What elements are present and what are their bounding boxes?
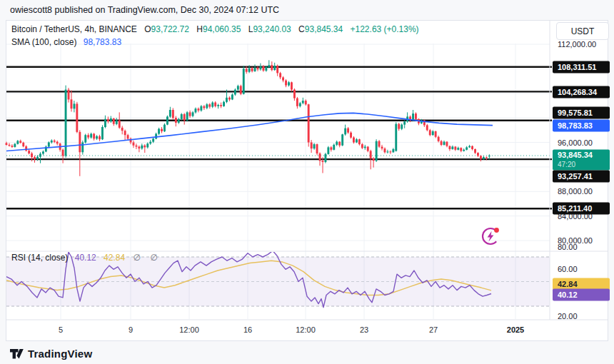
price-badge-level-93257: 93,257.41 <box>553 171 610 183</box>
axis-label: 96,000.00 <box>558 138 593 147</box>
price-badge-level-99575: 99,575.81 <box>553 107 610 119</box>
lightning-bolt-icon <box>488 231 494 242</box>
price-badge-level-85211: 85,211.40 <box>553 203 610 215</box>
axis-label: 112,000.00 <box>558 40 596 49</box>
rsi-label[interactable]: RSI (14, close) <box>11 253 68 263</box>
price-badge-level-104268: 104,268.34 <box>553 86 610 98</box>
time-tick-2025: 2025 <box>507 325 524 334</box>
time-tick-9: 9 <box>129 325 133 334</box>
rsi-header: RSI (14, close) 40.12 42.84 ∅ ∅ <box>11 253 161 263</box>
high-value: 94,060.35 <box>203 24 241 34</box>
open-label: O <box>144 24 151 34</box>
axis-label: 88,000.00 <box>558 187 593 196</box>
rsi-empty-values: ∅ ∅ <box>133 253 161 263</box>
close-label: C <box>298 24 305 34</box>
alert-dot <box>494 228 499 233</box>
change-value: +122.63 (+0.13%) <box>351 24 419 34</box>
tradingview-logo-text: TradingView <box>28 348 92 360</box>
price-badge-last-price: 93,845.3447:20 <box>553 150 610 171</box>
price-badge-level-108311: 108,311.51 <box>553 61 610 74</box>
high-label: H <box>196 24 203 34</box>
time-tick-16: 16 <box>243 325 252 334</box>
time-tick-5: 5 <box>59 325 63 334</box>
sma-header: SMA (100, close) 98,783.83 <box>11 37 121 47</box>
symbol-header: Bitcoin / TetherUS, 4h, BINANCE O93,722.… <box>11 24 419 34</box>
rsi-ma-value-text: 42.84 <box>104 253 125 263</box>
axis-label: 80.00 <box>558 243 578 251</box>
symbol-title[interactable]: Bitcoin / TetherUS, 4h, BINANCE <box>11 24 137 34</box>
time-tick-12:00: 12:00 <box>179 325 199 334</box>
countdown-timer: 47:20 <box>558 161 610 170</box>
close-value: 93,845.34 <box>305 24 343 34</box>
price-badge-rsi-value: 40.12 <box>553 289 610 301</box>
tradingview-footer[interactable]: TradingView <box>10 348 92 360</box>
sma-label[interactable]: SMA (100, close) <box>11 37 76 47</box>
flash-alert-icon[interactable] <box>478 224 503 247</box>
low-value: 93,240.03 <box>253 24 291 34</box>
rsi-value-text: 40.12 <box>75 253 96 263</box>
axis-label: 60.00 <box>558 265 578 273</box>
chart-card <box>6 20 608 341</box>
tradingview-logo-icon <box>10 349 24 359</box>
time-tick-27: 27 <box>429 325 438 334</box>
time-tick-12:00: 12:00 <box>296 325 316 334</box>
page: owiescott8 published on TradingView.com,… <box>0 0 614 364</box>
currency-button[interactable]: USDT <box>556 22 609 40</box>
sma-value-text: 98,783.83 <box>84 37 121 47</box>
attribution-text: owiescott8 published on TradingView.com,… <box>10 5 279 15</box>
time-tick-23: 23 <box>360 325 368 334</box>
axis-label: 20.00 <box>558 312 578 320</box>
price-badge-sma-value: 98,783.83 <box>553 120 610 132</box>
open-value: 93,722.72 <box>151 24 189 34</box>
